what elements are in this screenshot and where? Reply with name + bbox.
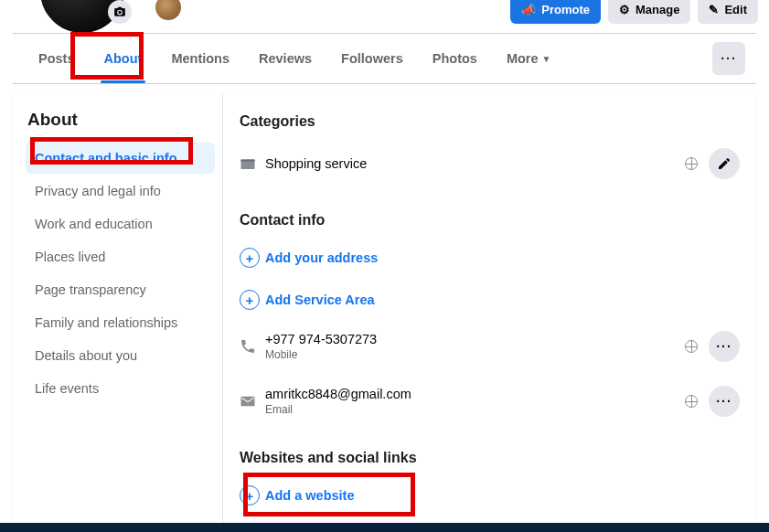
chevron-down-icon: ▼ — [542, 54, 551, 64]
envelope-icon — [240, 395, 265, 408]
globe-icon[interactable] — [685, 395, 698, 408]
camera-icon[interactable] — [108, 0, 132, 24]
sidebar-item-contact-basic-info[interactable]: Contact and basic info — [26, 143, 215, 174]
more-options-button[interactable]: ··· — [712, 42, 745, 75]
tab-more[interactable]: More ▼ — [492, 34, 566, 83]
profile-tabbar: Posts About Mentions Reviews Followers P… — [13, 33, 756, 84]
svg-rect-1 — [241, 160, 255, 162]
sidebar-item-family-relationships[interactable]: Family and relationships — [26, 307, 215, 338]
sidebar-item-privacy-legal[interactable]: Privacy and legal info — [26, 176, 215, 207]
add-service-area-row[interactable]: + Add Service Area — [240, 283, 740, 316]
tab-mentions[interactable]: Mentions — [156, 34, 244, 83]
email-address: amritkc8848@gmail.com — [265, 387, 685, 401]
phone-number: +977 974-5307273 — [265, 332, 685, 346]
manage-label: Manage — [635, 3, 679, 16]
tab-posts[interactable]: Posts — [24, 34, 90, 83]
contact-info-heading: Contact info — [240, 212, 740, 229]
tab-followers[interactable]: Followers — [326, 34, 418, 83]
add-service-area-link: Add Service Area — [265, 293, 375, 307]
tab-photos[interactable]: Photos — [418, 34, 492, 83]
dots-icon: ··· — [716, 339, 732, 354]
pencil-icon — [717, 156, 732, 171]
secondary-avatar[interactable] — [154, 0, 183, 22]
plus-circle-icon: + — [240, 248, 260, 268]
sidebar-item-details-about-you[interactable]: Details about you — [26, 340, 215, 371]
manage-button[interactable]: ⚙ Manage — [608, 0, 690, 24]
sidebar-title: About — [26, 110, 215, 130]
add-address-link: Add your address — [265, 250, 378, 265]
phone-options-button[interactable]: ··· — [709, 331, 740, 362]
email-label: Email — [265, 403, 685, 416]
os-taskbar — [0, 523, 769, 532]
sidebar-item-places-lived[interactable]: Places lived — [26, 241, 215, 272]
phone-icon — [240, 338, 265, 355]
pencil-icon: ✎ — [709, 3, 719, 16]
sidebar-item-life-events[interactable]: Life events — [26, 373, 215, 404]
tab-about[interactable]: About — [90, 34, 157, 83]
edit-category-button[interactable] — [709, 148, 740, 179]
add-website-link: Add a website — [265, 488, 355, 503]
sliders-icon: ⚙ — [619, 3, 630, 16]
plus-circle-icon: + — [240, 485, 260, 505]
edit-label: Edit — [724, 3, 747, 16]
shopping-bag-icon — [240, 156, 265, 171]
globe-icon[interactable] — [685, 157, 698, 170]
categories-heading: Categories — [240, 113, 740, 130]
tab-reviews[interactable]: Reviews — [244, 34, 326, 83]
plus-circle-icon: + — [240, 290, 260, 310]
promote-label: Promote — [541, 3, 590, 16]
megaphone-icon: 📣 — [521, 3, 536, 16]
add-website-row[interactable]: + Add a website — [240, 479, 740, 512]
sidebar-item-page-transparency[interactable]: Page transparency — [26, 274, 215, 305]
add-address-row[interactable]: + Add your address — [240, 241, 740, 274]
websites-heading: Websites and social links — [240, 450, 740, 466]
email-options-button[interactable]: ··· — [709, 386, 740, 417]
about-detail-pane: Categories Shopping service Contact info… — [223, 93, 756, 532]
edit-button[interactable]: ✎ Edit — [698, 0, 758, 24]
globe-icon[interactable] — [685, 340, 698, 353]
phone-label: Mobile — [265, 348, 685, 361]
category-value: Shopping service — [265, 156, 685, 171]
promote-button[interactable]: 📣 Promote — [510, 0, 601, 24]
dots-icon: ··· — [716, 394, 732, 409]
about-sidebar: About Contact and basic info Privacy and… — [13, 93, 223, 532]
sidebar-item-work-education[interactable]: Work and education — [26, 208, 215, 239]
dots-icon: ··· — [721, 51, 737, 66]
